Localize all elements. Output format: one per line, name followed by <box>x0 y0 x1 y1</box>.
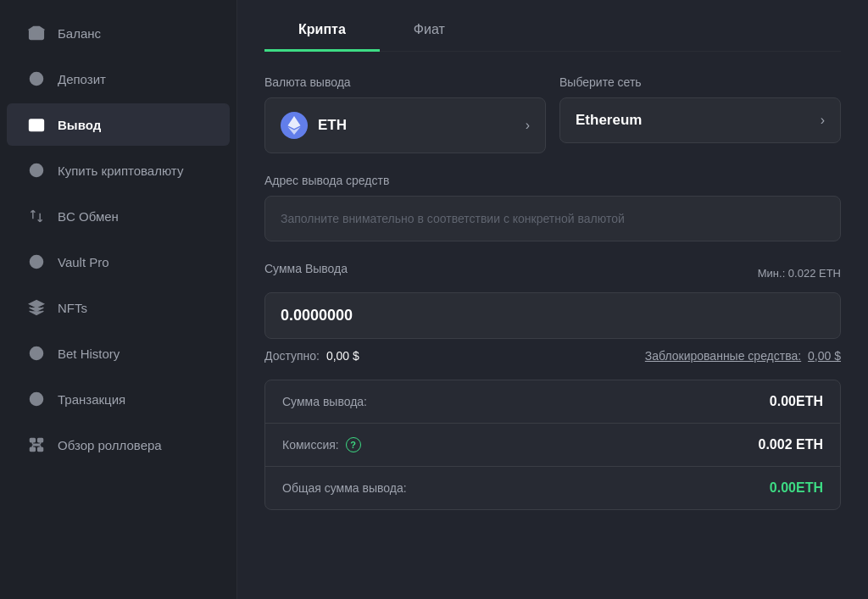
tabs-bar: Крипта Фиат <box>264 0 841 52</box>
amount-label: Сумма Вывода <box>264 262 348 275</box>
sidebar-item-bet-history[interactable]: Bet History <box>7 332 230 374</box>
sidebar: Баланс Депозит Вывод Ку <box>0 0 237 599</box>
svg-rect-13 <box>38 447 43 451</box>
svg-rect-3 <box>30 119 44 130</box>
available-section: Доступно: 0,00 $ <box>264 349 359 363</box>
sidebar-item-bc-exchange[interactable]: BC Обмен <box>7 195 230 237</box>
svg-point-7 <box>35 260 39 264</box>
withdrawal-icon <box>27 115 46 134</box>
wallet-icon <box>27 24 46 42</box>
rollover-icon <box>27 435 46 454</box>
amount-min: Мин.: 0.022 ETH <box>758 267 841 280</box>
sidebar-item-withdrawal[interactable]: Вывод <box>7 103 230 146</box>
total-summary-label: Общая сумма вывода: <box>282 481 407 495</box>
summary-row-withdrawal: Сумма вывода: 0.00ETH <box>265 380 840 424</box>
total-summary-value: 0.00ETH <box>770 480 823 496</box>
blocked-section: Заблокированные средства: 0,00 $ <box>645 349 841 363</box>
sidebar-label-rollover: Обзор ролловера <box>58 438 162 452</box>
summary-row-fee: Комиссия: ? 0.002 ETH <box>265 424 840 467</box>
available-row: Доступно: 0,00 $ Заблокированные средств… <box>264 349 841 363</box>
fee-summary-value: 0.002 ETH <box>759 437 823 452</box>
amount-box[interactable]: 0.0000000 <box>264 292 841 339</box>
withdrawal-summary-value: 0.00ETH <box>770 394 823 409</box>
deposit-icon <box>27 69 46 88</box>
sidebar-item-buy-crypto[interactable]: Купить криптовалюту <box>7 149 230 191</box>
available-value: 0,00 $ <box>326 349 359 363</box>
transaction-icon <box>27 390 46 408</box>
withdrawal-summary-label: Сумма вывода: <box>282 395 367 408</box>
vault-icon <box>27 252 46 271</box>
available-label: Доступно: <box>264 349 320 363</box>
address-input[interactable] <box>264 196 841 241</box>
sidebar-label-transaction: Транзакция <box>58 392 125 407</box>
fee-summary-label: Комиссия: ? <box>282 437 361 452</box>
sidebar-item-nfts[interactable]: NFTs <box>7 286 230 329</box>
clock-icon <box>27 344 46 363</box>
address-section: Адрес вывода средств <box>264 174 841 241</box>
svg-rect-4 <box>32 126 35 129</box>
address-label: Адрес вывода средств <box>264 174 841 187</box>
network-select[interactable]: Ethereum › <box>559 97 841 143</box>
blocked-value: 0,00 $ <box>808 349 841 363</box>
svg-point-1 <box>39 33 42 36</box>
sidebar-item-deposit[interactable]: Депозит <box>7 58 230 100</box>
summary-row-total: Общая сумма вывода: 0.00ETH <box>265 467 840 509</box>
sidebar-label-deposit: Депозит <box>58 72 106 86</box>
currency-select-left: ETH <box>281 112 347 139</box>
buy-crypto-icon <box>27 161 46 180</box>
sidebar-item-balance[interactable]: Баланс <box>7 12 230 54</box>
svg-rect-12 <box>31 447 36 451</box>
sidebar-label-vault-pro: Vault Pro <box>58 255 109 269</box>
tab-fiat[interactable]: Фиат <box>380 10 479 52</box>
network-chevron-icon: › <box>821 113 825 128</box>
currency-select[interactable]: ETH › <box>264 97 546 153</box>
sidebar-item-transaction[interactable]: Транзакция <box>7 378 230 420</box>
amount-section: Сумма Вывода Мин.: 0.022 ETH 0.0000000 <box>264 262 841 339</box>
network-label: Выберите сеть <box>559 75 841 89</box>
svg-rect-10 <box>31 439 36 442</box>
sidebar-label-balance: Баланс <box>58 26 101 41</box>
nft-icon <box>27 298 46 317</box>
currency-chevron-icon: › <box>526 118 530 133</box>
network-value: Ethereum <box>576 112 642 129</box>
sidebar-label-buy-crypto: Купить криптовалюту <box>58 164 183 178</box>
currency-network-row: Валюта вывода ETH › Выберите сеть Ethere <box>264 75 841 153</box>
currency-value: ETH <box>318 117 347 134</box>
sidebar-item-vault-pro[interactable]: Vault Pro <box>7 241 230 283</box>
sidebar-label-nfts: NFTs <box>58 301 87 315</box>
currency-label: Валюта вывода <box>264 75 546 89</box>
exchange-icon <box>27 207 46 225</box>
blocked-label[interactable]: Заблокированные средства: <box>645 349 801 363</box>
svg-rect-11 <box>38 439 43 442</box>
amount-header: Сумма Вывода Мин.: 0.022 ETH <box>264 262 841 284</box>
main-content: Крипта Фиат Валюта вывода ETH › <box>237 0 868 599</box>
summary-box: Сумма вывода: 0.00ETH Комиссия: ? 0.002 … <box>264 380 841 510</box>
amount-value: 0.0000000 <box>281 307 353 324</box>
sidebar-label-withdrawal: Вывод <box>58 118 101 132</box>
sidebar-label-bc-exchange: BC Обмен <box>58 209 119 224</box>
sidebar-label-bet-history: Bet History <box>58 347 120 361</box>
fee-info-icon[interactable]: ? <box>346 437 361 452</box>
svg-rect-0 <box>30 30 44 40</box>
eth-logo <box>281 112 308 139</box>
sidebar-item-rollover[interactable]: Обзор ролловера <box>7 424 230 466</box>
tab-crypto[interactable]: Крипта <box>264 10 380 52</box>
